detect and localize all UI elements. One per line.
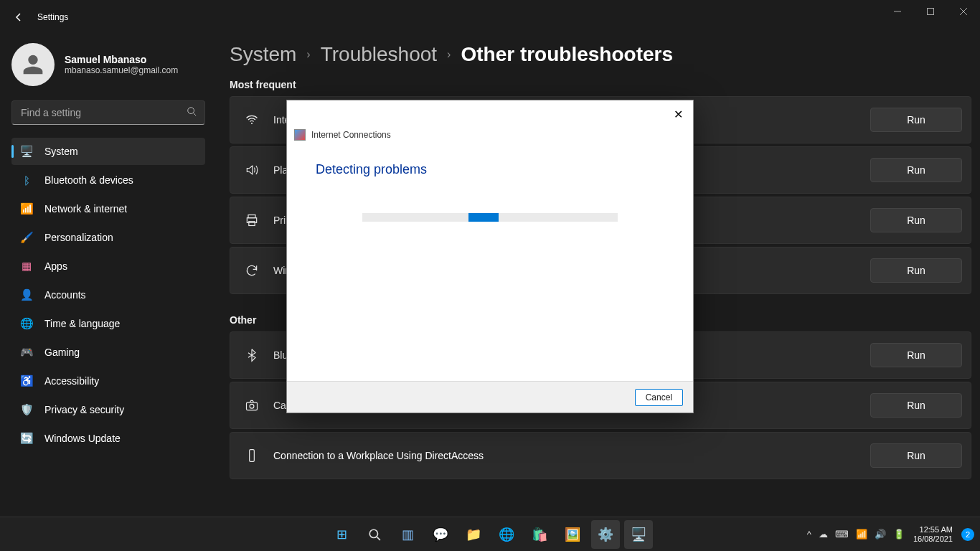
taskbar-chat[interactable]: 💬 [426,520,455,549]
tray-onedrive-icon[interactable]: ☁ [819,529,828,540]
nav-item-privacy-security[interactable]: 🛡️Privacy & security [11,396,205,423]
taskbar-search[interactable] [360,520,389,549]
window-title: Settings [37,12,68,22]
taskbar-photos[interactable]: 🖼️ [558,520,587,549]
tray-keyboard-icon[interactable]: ⌨ [835,529,849,540]
task-view[interactable]: ▥ [393,520,422,549]
troubleshooter-label: Connection to a Workplace Using DirectAc… [273,450,870,461]
nav-icon: ▦ [20,260,33,273]
breadcrumb-current: Other troubleshooters [461,43,673,66]
search-input[interactable] [11,100,205,125]
nav-label: Accessibility [44,375,99,387]
search-icon [187,106,197,119]
dialog-close-button[interactable]: ✕ [669,105,687,123]
svg-point-2 [188,108,194,114]
nav-item-accessibility[interactable]: ♿Accessibility [11,367,205,395]
dialog-title: Internet Connections [311,130,391,140]
nav-icon: 📶 [20,202,33,215]
phone-icon [243,448,260,463]
tray-battery-icon[interactable]: 🔋 [893,529,905,540]
nav-icon: 🎮 [20,346,33,359]
progress-bar [362,213,618,222]
taskbar-explorer[interactable]: 📁 [459,520,488,549]
tray-wifi-icon[interactable]: 📶 [856,529,867,540]
svg-line-12 [377,537,380,540]
nav-item-personalization[interactable]: 🖌️Personalization [11,224,205,251]
run-button[interactable]: Run [870,158,962,182]
run-button[interactable]: Run [870,258,962,283]
breadcrumb-system[interactable]: System [230,43,296,66]
nav-item-apps[interactable]: ▦Apps [11,253,205,280]
nav-item-bluetooth-devices[interactable]: ᛒBluetooth & devices [11,166,205,194]
nav-label: Network & internet [44,203,127,215]
taskbar-troubleshooter[interactable]: 🖥️ [624,520,653,549]
tray-volume-icon[interactable]: 🔊 [875,529,886,540]
sync-icon [243,263,260,278]
cancel-button[interactable]: Cancel [635,389,683,406]
svg-rect-1 [928,9,934,15]
nav-item-system[interactable]: 🖥️System [11,138,205,165]
back-button[interactable] [6,4,32,30]
run-button[interactable]: Run [870,208,962,232]
nav-item-time-language[interactable]: 🌐Time & language [11,310,205,337]
nav-icon: 🛡️ [20,403,33,416]
nav-item-windows-update[interactable]: 🔄Windows Update [11,425,205,452]
close-button[interactable] [947,0,980,23]
nav-label: Apps [44,260,67,272]
printer-icon [243,213,260,227]
svg-rect-7 [249,222,255,226]
nav-label: Gaming [44,347,80,358]
nav-icon: 🌐 [20,317,33,330]
breadcrumb: System › Troubleshoot › Other troublesho… [230,43,971,66]
nav-icon: ᛒ [20,174,33,187]
svg-rect-8 [247,402,258,410]
nav-item-accounts[interactable]: 👤Accounts [11,281,205,309]
nav-item-network-internet[interactable]: 📶Network & internet [11,195,205,222]
section-heading-most-frequent: Most frequent [230,79,971,90]
nav-label: Bluetooth & devices [44,174,133,186]
profile-block[interactable]: Samuel Mbanaso mbanaso.samuel@gmail.com [11,43,209,86]
speaker-icon [243,163,260,177]
svg-point-9 [250,404,254,408]
taskbar-edge[interactable]: 🌐 [492,520,521,549]
bluetooth-icon [243,348,260,362]
minimize-button[interactable] [881,0,914,23]
nav-label: Accounts [44,289,86,301]
sidebar: Samuel Mbanaso mbanaso.samuel@gmail.com … [0,34,215,453]
svg-point-11 [369,529,377,537]
settings-window: Settings Samuel Mbanaso mbanaso.samuel@g… [0,0,980,551]
taskbar-time: 12:55 AM [913,525,953,534]
svg-rect-5 [248,215,255,218]
nav-icon: 🔄 [20,432,33,445]
taskbar-settings[interactable]: ⚙️ [591,520,620,549]
run-button[interactable]: Run [870,108,962,132]
troubleshooter-icon [294,129,306,141]
run-button[interactable]: Run [870,393,962,418]
avatar [11,43,55,86]
taskbar-store[interactable]: 🛍️ [525,520,554,549]
nav-label: Personalization [44,232,113,243]
run-button[interactable]: Run [870,443,962,468]
tray-chevron-icon[interactable]: ^ [807,529,811,540]
taskbar-clock[interactable]: 12:55 AM 16/08/2021 [913,525,953,544]
nav-item-gaming[interactable]: 🎮Gaming [11,339,205,366]
profile-email: mbanaso.samuel@gmail.com [65,65,178,75]
nav-label: Time & language [44,318,120,329]
svg-rect-10 [250,450,255,462]
camera-icon [243,398,260,413]
notification-badge[interactable]: 2 [961,528,974,541]
breadcrumb-troubleshoot[interactable]: Troubleshoot [321,43,437,66]
taskbar: ⊞ ▥ 💬 📁 🌐 🛍️ 🖼️ ⚙️ 🖥️ ^ ☁ ⌨ 📶 🔊 🔋 12:55 … [0,517,980,551]
wifi-icon [243,113,260,127]
troubleshooter-row: Connection to a Workplace Using DirectAc… [230,432,971,479]
maximize-button[interactable] [914,0,947,23]
nav-icon: 🖌️ [20,231,33,244]
svg-line-3 [194,113,197,116]
run-button[interactable]: Run [870,343,962,367]
nav-label: Windows Update [44,433,121,444]
nav-icon: ♿ [20,375,33,387]
start-button[interactable]: ⊞ [327,520,356,549]
chevron-right-icon: › [447,48,451,61]
nav-label: System [44,146,78,157]
dialog-heading: Detecting problems [316,162,664,177]
